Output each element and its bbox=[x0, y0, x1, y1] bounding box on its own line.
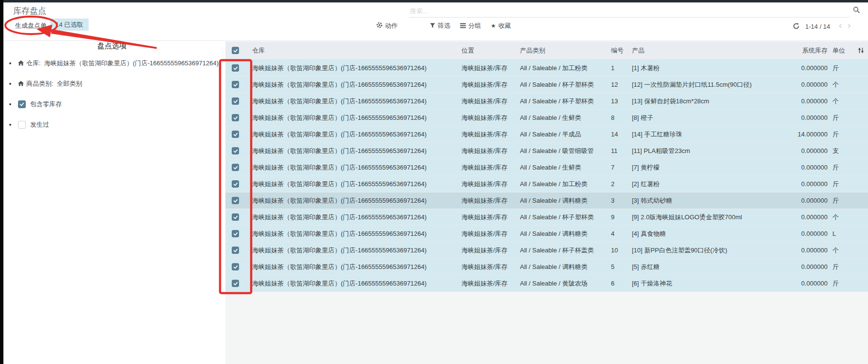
include-zero-stock-checkbox[interactable] bbox=[18, 100, 26, 108]
row-checkbox[interactable] bbox=[232, 197, 239, 204]
header-system-stock[interactable]: 系统库存 bbox=[785, 46, 831, 55]
filter-include-zero-stock[interactable]: 包含零库存 bbox=[9, 100, 219, 109]
cell-number: 2 bbox=[611, 180, 632, 188]
row-checkbox[interactable] bbox=[232, 114, 239, 121]
gear-icon bbox=[376, 22, 383, 30]
header-location[interactable]: 位置 bbox=[462, 46, 520, 55]
cell-category: All / Saleable / 杯子塑杯类 bbox=[520, 80, 611, 89]
header-unit[interactable]: 单位 bbox=[831, 46, 853, 55]
cell-category: All / Saleable / 杯子塑杯类 bbox=[520, 213, 611, 222]
table-row[interactable]: 海峡姐妹茶（歌笛湖印象里店）(门店-1665555596536971264) 海… bbox=[225, 176, 868, 192]
table-row[interactable]: 海峡姐妹茶（歌笛湖印象里店）(门店-1665555596536971264) 海… bbox=[225, 209, 868, 226]
favorites-menu[interactable]: ★ 收藏 bbox=[491, 21, 511, 30]
filter-has-occurred[interactable]: 发生过 bbox=[9, 120, 219, 129]
group-by-label: 分组 bbox=[468, 21, 481, 30]
cell-product: [7] 黄柠檬 bbox=[632, 163, 785, 172]
group-by-menu[interactable]: 分组 bbox=[460, 21, 481, 30]
header-number[interactable]: 编号 bbox=[611, 46, 632, 55]
cell-warehouse: 海峡姐妹茶（歌笛湖印象里店）(门店-1665555596536971264) bbox=[252, 196, 462, 205]
cell-unit: 斤 bbox=[831, 64, 853, 73]
cell-category: All / Saleable / 加工粉类 bbox=[520, 180, 611, 189]
header-product[interactable]: 产品 bbox=[632, 46, 785, 55]
table-row[interactable]: 海峡姐妹茶（歌笛湖印象里店）(门店-1665555596536971264) 海… bbox=[225, 159, 868, 176]
cell-location: 海峡姐妹茶/库存 bbox=[462, 64, 520, 73]
top-navbar bbox=[3, 0, 868, 2]
table-row[interactable]: 海峡姐妹茶（歌笛湖印象里店）(门店-1665555596536971264) 海… bbox=[225, 110, 868, 126]
cell-unit: 个 bbox=[831, 80, 853, 89]
cell-unit: 斤 bbox=[831, 279, 853, 288]
cell-location: 海峡姐妹茶/库存 bbox=[462, 114, 520, 122]
pager-next-button[interactable]: › bbox=[848, 20, 850, 31]
row-checkbox[interactable] bbox=[232, 180, 239, 188]
cell-warehouse: 海峡姐妹茶（歌笛湖印象里店）(门店-1665555596536971264) bbox=[252, 114, 462, 122]
cell-unit: 斤 bbox=[831, 114, 853, 122]
row-checkbox[interactable] bbox=[232, 247, 239, 254]
row-checkbox[interactable] bbox=[232, 147, 239, 154]
cell-number: 6 bbox=[611, 280, 632, 287]
row-checkbox[interactable] bbox=[232, 97, 239, 105]
row-checkbox[interactable] bbox=[232, 280, 239, 287]
actions-menu[interactable]: 动作 bbox=[376, 21, 398, 30]
column-options-icon[interactable] bbox=[853, 47, 868, 54]
cell-number: 4 bbox=[611, 230, 632, 237]
cell-number: 14 bbox=[611, 131, 632, 138]
header-category[interactable]: 产品类别 bbox=[520, 46, 611, 55]
cell-unit: 斤 bbox=[831, 130, 853, 139]
header-warehouse[interactable]: 仓库 bbox=[252, 46, 462, 55]
table-row[interactable]: 海峡姐妹茶（歌笛湖印象里店）(门店-1665555596536971264) 海… bbox=[225, 143, 868, 159]
cell-category: All / Saleable / 黄陂农场 bbox=[520, 279, 611, 288]
cell-location: 海峡姐妹茶/库存 bbox=[462, 80, 520, 89]
cell-system-stock: 0.000000 bbox=[785, 81, 831, 88]
table-body: 海峡姐妹茶（歌笛湖印象里店）(门店-1665555596536971264) 海… bbox=[225, 60, 868, 292]
table-row[interactable]: 海峡姐妹茶（歌笛湖印象里店）(门店-1665555596536971264) 海… bbox=[225, 259, 868, 275]
cell-system-stock: 0.000000 bbox=[785, 114, 831, 121]
row-checkbox[interactable] bbox=[232, 81, 239, 88]
bullet-icon bbox=[9, 83, 11, 85]
view-toolbar: 动作 筛选 分组 ★ 收藏 bbox=[376, 21, 511, 30]
cell-product: [3] 韩式幼砂糖 bbox=[632, 196, 785, 205]
table-row[interactable]: 海峡姐妹茶（歌笛湖印象里店）(门店-1665555596536971264) 海… bbox=[225, 60, 868, 77]
row-checkbox[interactable] bbox=[232, 213, 239, 221]
cell-system-stock: 0.000000 bbox=[785, 64, 831, 72]
cell-system-stock: 0.000000 bbox=[785, 247, 831, 254]
row-checkbox[interactable] bbox=[232, 131, 239, 138]
table-row[interactable]: 海峡姐妹茶（歌笛湖印象里店）(门店-1665555596536971264) 海… bbox=[225, 242, 868, 259]
cell-number: 7 bbox=[611, 164, 632, 171]
search-icon[interactable] bbox=[853, 6, 860, 16]
table-header-row: 仓库 位置 产品类别 编号 产品 系统库存 单位 bbox=[225, 41, 868, 60]
cell-warehouse: 海峡姐妹茶（歌笛湖印象里店）(门店-1665555596536971264) bbox=[252, 130, 462, 139]
row-checkbox[interactable] bbox=[232, 64, 239, 72]
cell-category: All / Saleable / 生鲜类 bbox=[520, 114, 611, 122]
table-row[interactable]: 海峡姐妹茶（歌笛湖印象里店）(门店-1665555596536971264) 海… bbox=[225, 192, 868, 209]
cell-number: 1 bbox=[611, 64, 632, 72]
filters-menu[interactable]: 筛选 bbox=[430, 21, 450, 30]
selected-count-badge: 14 已选取 bbox=[50, 19, 89, 31]
filters-label: 筛选 bbox=[438, 21, 450, 30]
cell-category: All / Saleable / 加工粉类 bbox=[520, 64, 611, 73]
cell-location: 海峡姐妹茶/库存 bbox=[462, 246, 520, 255]
table-row[interactable]: 海峡姐妹茶（歌笛湖印象里店）(门店-1665555596536971264) 海… bbox=[225, 93, 868, 110]
row-checkbox[interactable] bbox=[232, 230, 239, 237]
pager-prev-button[interactable]: ‹ bbox=[839, 20, 842, 31]
table-row[interactable]: 海峡姐妹茶（歌笛湖印象里店）(门店-1665555596536971264) 海… bbox=[225, 275, 868, 292]
has-occurred-checkbox[interactable] bbox=[18, 121, 26, 129]
pager-range: 1-14 / 14 bbox=[805, 23, 830, 30]
cell-warehouse: 海峡姐妹茶（歌笛湖印象里店）(门店-1665555596536971264) bbox=[252, 163, 462, 172]
row-checkbox[interactable] bbox=[232, 164, 239, 171]
cell-product: [1] 木薯粉 bbox=[632, 64, 785, 73]
select-all-checkbox[interactable] bbox=[232, 47, 239, 54]
cell-warehouse: 海峡姐妹茶（歌笛湖印象里店）(门店-1665555596536971264) bbox=[252, 213, 462, 222]
facet-label: 商品类别: bbox=[26, 79, 54, 88]
cell-system-stock: 0.000000 bbox=[785, 230, 831, 237]
table-row[interactable]: 海峡姐妹茶（歌笛湖印象里店）(门店-1665555596536971264) 海… bbox=[225, 126, 868, 143]
cell-number: 10 bbox=[611, 247, 632, 254]
generate-count-sheet-button[interactable]: 生成盘点单 bbox=[12, 20, 50, 32]
refresh-icon[interactable] bbox=[793, 22, 800, 32]
cell-unit: 个 bbox=[831, 213, 853, 222]
layers-icon bbox=[460, 22, 466, 30]
cell-system-stock: 0.000000 bbox=[785, 197, 831, 204]
search-input[interactable] bbox=[409, 4, 850, 18]
table-row[interactable]: 海峡姐妹茶（歌笛湖印象里店）(门店-1665555596536971264) 海… bbox=[225, 226, 868, 242]
row-checkbox[interactable] bbox=[232, 263, 239, 270]
table-row[interactable]: 海峡姐妹茶（歌笛湖印象里店）(门店-1665555596536971264) 海… bbox=[225, 77, 868, 93]
